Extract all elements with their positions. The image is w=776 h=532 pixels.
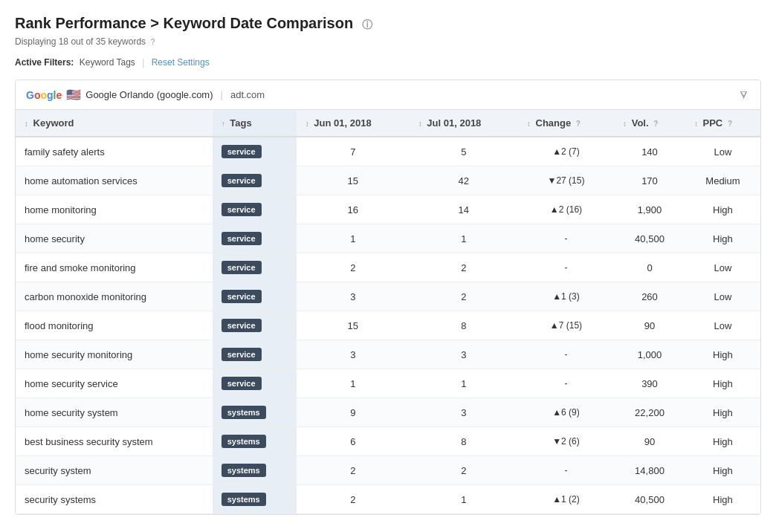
tag-badge[interactable]: service: [222, 203, 262, 216]
ppc-cell: High: [685, 427, 760, 456]
ppc-cell: Low: [685, 253, 760, 282]
tag-cell: service: [213, 137, 297, 166]
col-ppc[interactable]: ↕ PPC ?: [685, 110, 760, 137]
table-row: family safety alerts service 7 5 ▲2 (7) …: [16, 137, 760, 166]
help-icon-change[interactable]: ?: [576, 120, 581, 128]
jun-cell: 7: [297, 137, 410, 166]
keyword-cell: home monitoring: [16, 195, 213, 224]
ppc-cell: Low: [685, 137, 760, 166]
tag-badge[interactable]: service: [222, 290, 262, 303]
change-cell: -: [518, 456, 614, 485]
jun-cell: 2: [297, 456, 410, 485]
jul-cell: 2: [410, 456, 518, 485]
tag-badge[interactable]: service: [222, 348, 262, 361]
sort-icon-change: ↕: [527, 120, 531, 128]
jul-cell: 2: [410, 282, 518, 311]
col-keyword[interactable]: ↕ Keyword: [16, 110, 213, 137]
jun-cell: 16: [297, 195, 410, 224]
tag-badge[interactable]: service: [222, 232, 262, 245]
table-body: family safety alerts service 7 5 ▲2 (7) …: [16, 137, 760, 514]
change-cell: -: [518, 340, 614, 369]
jun-cell: 9: [297, 398, 410, 427]
jun-cell: 1: [297, 369, 410, 398]
help-icon-vol[interactable]: ?: [653, 120, 658, 128]
tag-badge[interactable]: service: [222, 319, 262, 332]
jul-cell: 8: [410, 311, 518, 340]
vol-cell: 90: [614, 427, 685, 456]
tag-badge[interactable]: systems: [222, 435, 266, 448]
ppc-cell: High: [685, 224, 760, 253]
info-icon[interactable]: ⓘ: [362, 19, 372, 30]
keyword-cell: home security monitoring: [16, 340, 213, 369]
tag-badge[interactable]: service: [222, 261, 262, 274]
filter-funnel-icon[interactable]: ⛛: [738, 88, 750, 102]
table-row: fire and smoke monitoring service 2 2 - …: [16, 253, 760, 282]
tag-badge[interactable]: service: [222, 145, 262, 158]
jun-cell: 3: [297, 282, 410, 311]
ppc-cell: High: [685, 195, 760, 224]
tag-cell: service: [213, 282, 297, 311]
table-row: security systems systems 2 1 ▲1 (2) 40,5…: [16, 485, 760, 514]
keyword-cell: carbon monoxide monitoring: [16, 282, 213, 311]
jul-cell: 1: [410, 485, 518, 514]
keyword-cell: best business security system: [16, 427, 213, 456]
reset-settings-link[interactable]: Reset Settings: [152, 57, 210, 68]
jul-cell: 42: [410, 166, 518, 195]
tag-cell: service: [213, 224, 297, 253]
tag-badge[interactable]: service: [222, 174, 262, 187]
tag-cell: systems: [213, 398, 297, 427]
jun-cell: 15: [297, 166, 410, 195]
tag-badge[interactable]: systems: [222, 406, 266, 419]
page-title: Rank Performance > Keyword Date Comparis…: [15, 15, 761, 32]
sort-icon-jun: ↕: [305, 120, 309, 128]
help-icon-ppc[interactable]: ?: [728, 120, 732, 128]
table-row: carbon monoxide monitoring service 3 2 ▲…: [16, 282, 760, 311]
tag-cell: service: [213, 166, 297, 195]
jun-cell: 2: [297, 485, 410, 514]
pipe-separator: |: [221, 89, 223, 100]
table-header-row: ↕ Keyword ↑ Tags ↕ Jun 01, 2018 ↕ Jul 01…: [16, 110, 760, 137]
question-icon[interactable]: ?: [150, 37, 155, 46]
col-change[interactable]: ↕ Change ?: [518, 110, 614, 137]
jun-cell: 15: [297, 311, 410, 340]
change-cell: ▲7 (15): [518, 311, 614, 340]
change-cell: ▲2 (7): [518, 137, 614, 166]
vol-cell: 390: [614, 369, 685, 398]
ppc-cell: High: [685, 456, 760, 485]
jun-cell: 2: [297, 253, 410, 282]
vol-cell: 260: [614, 282, 685, 311]
col-jul[interactable]: ↕ Jul 01, 2018: [410, 110, 518, 137]
jul-cell: 1: [410, 369, 518, 398]
table-row: flood monitoring service 15 8 ▲7 (15) 90…: [16, 311, 760, 340]
keyword-cell: security system: [16, 456, 213, 485]
keyword-cell: home security: [16, 224, 213, 253]
ppc-cell: Low: [685, 282, 760, 311]
table-row: home security monitoring service 3 3 - 1…: [16, 340, 760, 369]
col-vol[interactable]: ↕ Vol. ?: [614, 110, 685, 137]
domain: adt.com: [230, 89, 265, 100]
vol-cell: 170: [614, 166, 685, 195]
table-row: best business security system systems 6 …: [16, 427, 760, 456]
col-tags[interactable]: ↑ Tags: [213, 110, 297, 137]
col-jun[interactable]: ↕ Jun 01, 2018: [297, 110, 410, 137]
tag-badge[interactable]: systems: [222, 464, 266, 477]
vol-cell: 22,200: [614, 398, 685, 427]
table-row: home security service service 1 1 - 390 …: [16, 369, 760, 398]
sort-icon-vol: ↕: [623, 120, 627, 128]
tag-cell: service: [213, 253, 297, 282]
keyword-cell: home security system: [16, 398, 213, 427]
tag-badge[interactable]: systems: [222, 493, 266, 506]
sort-icon-keyword: ↕: [25, 120, 28, 128]
tag-badge[interactable]: service: [222, 377, 262, 390]
filter-keyword-tags: Keyword Tags: [80, 57, 135, 68]
vol-cell: 0: [614, 253, 685, 282]
keyword-table: ↕ Keyword ↑ Tags ↕ Jun 01, 2018 ↕ Jul 01…: [16, 110, 760, 514]
change-cell: -: [518, 253, 614, 282]
jul-cell: 1: [410, 224, 518, 253]
jun-cell: 1: [297, 224, 410, 253]
tag-cell: service: [213, 369, 297, 398]
keyword-cell: fire and smoke monitoring: [16, 253, 213, 282]
sort-icon-jul: ↕: [418, 120, 422, 128]
keyword-cell: security systems: [16, 485, 213, 514]
tag-cell: service: [213, 195, 297, 224]
